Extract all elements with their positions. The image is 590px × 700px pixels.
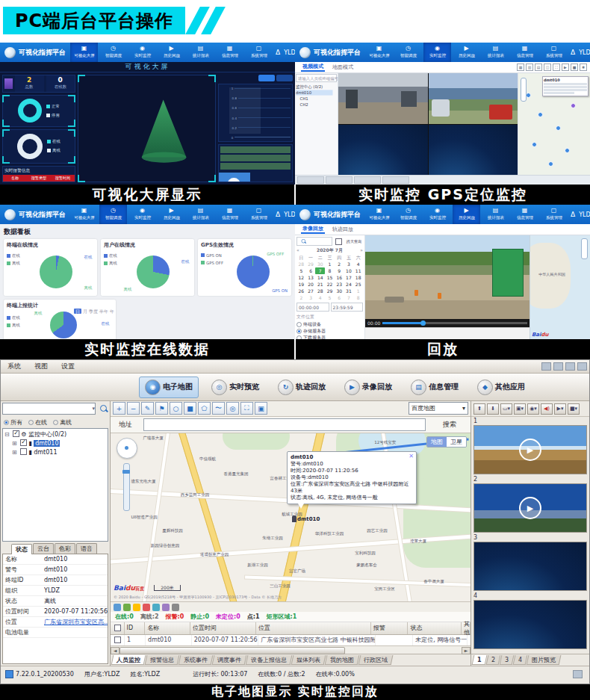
page-up-icon[interactable]: ⬆ bbox=[473, 403, 485, 415]
calendar-day[interactable]: 11 bbox=[353, 267, 363, 274]
calendar-day[interactable]: 19 bbox=[296, 281, 306, 288]
menu-system[interactable]: 系统 bbox=[1, 362, 28, 371]
col-name[interactable]: 名称 bbox=[145, 622, 190, 634]
nav-item[interactable]: ▢ 系统管理 bbox=[540, 205, 568, 224]
nav-item[interactable]: ◷ 智能调度 bbox=[394, 43, 422, 62]
zoom-out-icon[interactable]: − bbox=[127, 402, 140, 415]
period-option[interactable]: 月 bbox=[83, 309, 87, 314]
grid-tool-icon[interactable] bbox=[162, 604, 170, 611]
tab-video-mode[interactable]: 视频模式 bbox=[301, 63, 325, 72]
video-thumbnail[interactable]: 1 ▶ bbox=[471, 417, 589, 475]
grid-tool-icon[interactable] bbox=[152, 604, 160, 611]
filter-radio[interactable]: 在线 bbox=[28, 418, 47, 427]
address-input[interactable] bbox=[143, 418, 426, 431]
playback-player[interactable]: 00:00 bbox=[365, 235, 530, 339]
property-tab[interactable]: 状态 bbox=[11, 544, 32, 554]
calendar-day[interactable]: 7 bbox=[315, 267, 325, 274]
calendar-day[interactable]: 27 bbox=[306, 288, 316, 294]
calendar-day[interactable]: 30 bbox=[335, 288, 344, 294]
video-cell-road[interactable] bbox=[429, 73, 518, 124]
nav-item[interactable]: ▣ 可视化大屏 bbox=[365, 43, 393, 62]
progress-track[interactable] bbox=[382, 322, 527, 324]
playback-map[interactable]: 中华人民共和国 Baidu bbox=[530, 235, 590, 339]
tree-node-selected[interactable]: dmt010 bbox=[34, 440, 60, 447]
fullscreen-icon[interactable]: ⛶ bbox=[240, 402, 253, 415]
calendar-day[interactable]: 3 bbox=[306, 294, 316, 301]
bell-icon[interactable]: Δ bbox=[571, 49, 575, 56]
monitor-icon[interactable]: ▭▾ bbox=[500, 403, 512, 415]
nav-item[interactable]: ▢ 系统管理 bbox=[245, 43, 273, 62]
nav-item[interactable]: ▢ 系统管理 bbox=[540, 43, 568, 62]
nav-item[interactable]: ◉ 实时监控 bbox=[128, 205, 156, 224]
media-tab[interactable]: 4 bbox=[512, 655, 527, 665]
calendar-day[interactable]: 4 bbox=[353, 261, 363, 267]
nav-item[interactable]: ▶ 历史回放 bbox=[158, 205, 185, 224]
col-status[interactable]: 状态 bbox=[408, 622, 462, 634]
scroll-thumb[interactable] bbox=[119, 647, 345, 654]
bottom-tab[interactable]: 设备上报信息 bbox=[246, 655, 293, 665]
calendar-day[interactable]: 3 bbox=[344, 261, 354, 267]
fullscreen-icon[interactable]: ⛶ bbox=[553, 64, 560, 71]
calendar-day[interactable]: 31 bbox=[344, 288, 354, 294]
module-button[interactable]: ◉ 电子地图 bbox=[139, 377, 199, 398]
tree-node-dmt010[interactable]: dmt010 bbox=[296, 90, 333, 95]
checkbox[interactable] bbox=[20, 439, 27, 446]
layout-grid-icon[interactable]: ▦ bbox=[517, 64, 524, 71]
media-tab[interactable]: 2 bbox=[485, 655, 500, 665]
nav-item[interactable]: ▦ 信息管理 bbox=[511, 43, 538, 62]
grid-tool-icon[interactable] bbox=[133, 604, 140, 611]
cal-prev-icon[interactable]: « bbox=[296, 247, 299, 254]
calendar-day[interactable]: 28 bbox=[315, 288, 325, 294]
tree-root-label[interactable]: 监控中心(0/2) bbox=[28, 431, 66, 438]
device-tree[interactable]: ⊟ ⚙ 监控中心(0/2) ⊞ ▮ dmt010 ⊞ ▮ dmt011 bbox=[2, 428, 108, 542]
calendar-day[interactable]: 1 bbox=[325, 261, 335, 267]
strip-segment[interactable] bbox=[382, 176, 409, 184]
nav-item[interactable]: ▶ 历史回放 bbox=[158, 43, 185, 62]
map-source-select[interactable]: 百度地图▾ bbox=[409, 402, 468, 415]
module-button[interactable]: ▶ 录像回放 bbox=[338, 377, 398, 398]
calendar-day[interactable]: 21 bbox=[315, 281, 325, 288]
zoom-handle[interactable] bbox=[122, 470, 130, 474]
calendar-day[interactable]: 5 bbox=[296, 267, 306, 274]
player-controls[interactable]: 00:00 bbox=[365, 319, 530, 327]
play-overlay-icon[interactable]: ▶ bbox=[519, 439, 541, 461]
window-control-icon[interactable] bbox=[541, 362, 551, 371]
rect-tool-icon[interactable]: ■ bbox=[184, 402, 196, 415]
col-id[interactable]: ID bbox=[125, 622, 146, 634]
flag-icon[interactable]: ⚑ bbox=[155, 402, 168, 415]
layout-grid-icon[interactable]: ▥ bbox=[526, 64, 533, 71]
calendar-day[interactable]: 16 bbox=[335, 274, 344, 281]
calendar-day[interactable]: 22 bbox=[325, 281, 335, 288]
calendar-day[interactable]: 6 bbox=[306, 267, 316, 274]
strip-segment[interactable] bbox=[297, 176, 324, 184]
zoom-slider[interactable] bbox=[521, 78, 527, 102]
crossday-checkbox[interactable] bbox=[335, 238, 342, 245]
period-option[interactable]: 半年 bbox=[99, 309, 108, 314]
window-icon[interactable]: ▣▾ bbox=[514, 403, 526, 415]
row-checkbox[interactable] bbox=[114, 636, 121, 643]
calendar-day[interactable]: 4 bbox=[315, 294, 325, 301]
calendar-day[interactable]: 28 bbox=[296, 261, 306, 267]
settings-icon[interactable]: ✱ bbox=[580, 64, 587, 71]
calendar-day[interactable]: 9 bbox=[335, 267, 344, 274]
calendar-day[interactable]: 23 bbox=[335, 281, 344, 288]
nav-item[interactable]: ◷ 智能调度 bbox=[99, 43, 127, 62]
strip-segment[interactable] bbox=[326, 176, 353, 184]
bell-icon[interactable]: Δ bbox=[276, 211, 280, 218]
nav-item[interactable]: ▤ 统计报表 bbox=[187, 205, 214, 224]
period-option[interactable]: 日 bbox=[74, 309, 81, 314]
time-to-input[interactable]: 23:59:59 bbox=[331, 303, 364, 312]
calendar-day[interactable]: 24 bbox=[344, 281, 354, 288]
video-thumbnail[interactable]: 4 ▶ bbox=[471, 592, 589, 650]
nav-item[interactable]: ▶ 历史回放 bbox=[453, 43, 480, 62]
period-option[interactable]: 季度 bbox=[89, 309, 98, 314]
map-view-toggle[interactable]: 地图 卫星 bbox=[426, 436, 467, 447]
audio-icon[interactable]: ◀) bbox=[541, 403, 553, 415]
tree-search-combo[interactable]: ▾ bbox=[2, 403, 96, 415]
search-icon[interactable] bbox=[99, 404, 108, 413]
calendar-day[interactable]: 30 bbox=[315, 261, 325, 267]
nav-item[interactable]: ▢ 系统管理 bbox=[245, 205, 273, 224]
filter-radio[interactable]: 离线 bbox=[53, 418, 72, 427]
menu-settings[interactable]: 设置 bbox=[55, 362, 81, 371]
progress-handle[interactable] bbox=[420, 320, 426, 326]
